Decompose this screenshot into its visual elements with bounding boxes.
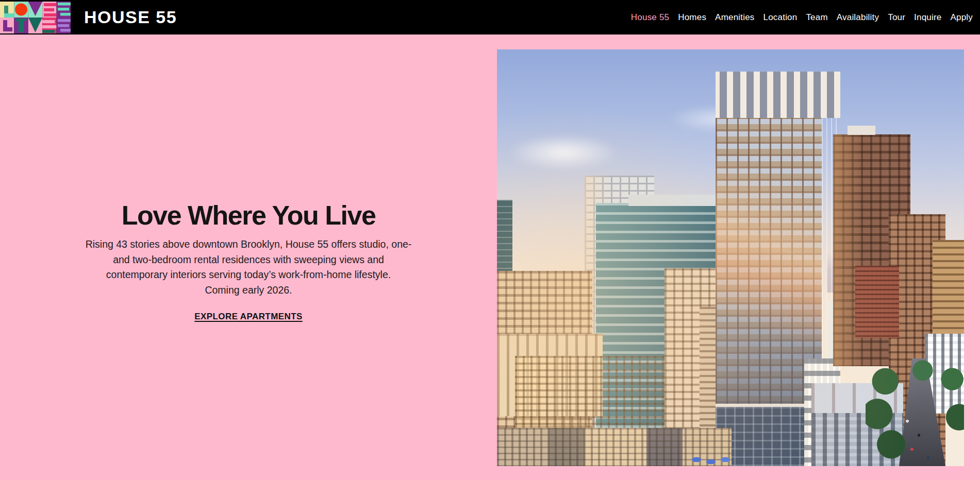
nav-item-house-55[interactable]: House 55 [631,12,669,23]
loves-lives-logo-icon [0,2,71,33]
street-trees [866,357,964,466]
nav-item-homes[interactable]: Homes [678,12,706,23]
nav-item-tour[interactable]: Tour [888,12,905,23]
cafe-umbrellas [690,455,732,466]
nav-item-amenities[interactable]: Amenities [715,12,754,23]
main-nav: House 55 Homes Amenities Location Team A… [631,12,980,23]
nav-item-inquire[interactable]: Inquire [914,12,941,23]
loves-lives-logo[interactable] [0,2,71,33]
cloud [507,134,621,170]
house55-crown [716,72,840,118]
hero-content: Love Where You Live Rising 43 stories ab… [0,35,497,480]
hero-section: Love Where You Live Rising 43 stories ab… [0,35,980,480]
nav-item-apply[interactable]: Apply [950,12,973,23]
brown-tower-penthouse [848,126,875,135]
brand-wordmark[interactable]: HOUSE 55 [84,7,177,27]
top-nav-bar: HOUSE 55 House 55 Homes Amenities Locati… [0,0,980,35]
hero-title: Love Where You Live [122,200,376,231]
nav-item-availability[interactable]: Availability [837,12,879,23]
explore-apartments-link[interactable]: EXPLORE APARTMENTS [194,312,302,322]
nav-item-location[interactable]: Location [763,12,798,23]
nav-item-team[interactable]: Team [806,12,827,23]
red-brick-building [855,266,899,338]
hero-image [497,49,964,466]
glass-tower-crown [628,195,716,206]
hero-description: Rising 43 stories above downtown Brookly… [86,237,412,298]
